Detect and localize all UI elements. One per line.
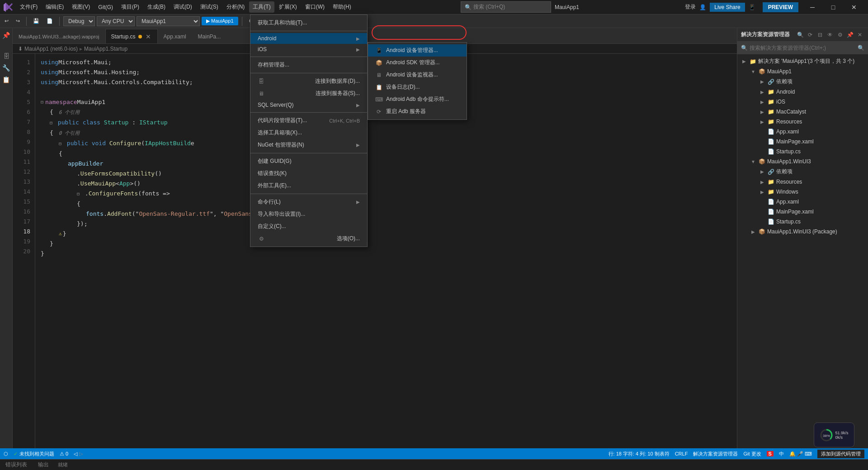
add-source-control[interactable]: 添加到源代码管理 xyxy=(817,450,864,458)
tools-connect-server[interactable]: 🖥 连接到服务器(S)... xyxy=(250,87,367,100)
breadcrumb-project-selector[interactable]: ⬇ xyxy=(18,46,23,52)
project-mauiapp1[interactable]: ▼ 📦 MauiApp1 xyxy=(737,66,868,76)
package-arrow: ▶ xyxy=(750,228,756,235)
tools-create-guid[interactable]: 创建 GUID(G) xyxy=(250,155,367,167)
tree-deps-1[interactable]: ▶ 🔗 依赖项 xyxy=(737,76,868,87)
maximize-button[interactable]: □ xyxy=(823,0,844,14)
ios-label: iOS xyxy=(776,99,864,105)
tools-archive-mgr[interactable]: 存档管理器... xyxy=(250,59,367,71)
platform-select[interactable]: Any CPU xyxy=(97,16,135,26)
se-pin-btn[interactable]: 📌 xyxy=(845,30,854,39)
tools-toolbox[interactable]: 选择工具箱项(X)... xyxy=(250,127,367,139)
solution-root[interactable]: ▶ 📁 解决方案 'MauiApp1'(3 个项目，共 3 个) xyxy=(737,56,868,66)
ime-status: 中 xyxy=(779,451,784,457)
android-device-monitor[interactable]: 🖥 Android 设备监视器... xyxy=(368,69,467,81)
tree-startup-cs-1[interactable]: 📄 Startup.cs xyxy=(737,147,868,157)
tree-resources-1[interactable]: ▶ 📁 Resources xyxy=(737,117,868,127)
login-link[interactable]: 登录 xyxy=(685,3,696,11)
tree-mainpage-xaml-2[interactable]: 📄 MainPage.xaml xyxy=(737,207,868,217)
sidebar-server[interactable]: 🗄 xyxy=(1,51,12,62)
menu-git[interactable]: Git(G) xyxy=(94,2,117,12)
menu-view[interactable]: 视图(V) xyxy=(68,1,94,13)
winui3-label: MauiApp1.WinUI3 xyxy=(767,158,864,165)
project-package[interactable]: ▶ 📦 MauiApp1.WinUI3 (Package) xyxy=(737,227,868,237)
se-collapse-btn[interactable]: ⊟ xyxy=(816,30,825,39)
android-device-mgr[interactable]: 📱 Android 设备管理器... xyxy=(368,44,467,57)
tools-import-export[interactable]: 导入和导出设置(I)... xyxy=(250,208,367,220)
menu-build[interactable]: 生成(B) xyxy=(144,1,169,13)
tab-app-xaml[interactable]: App.xaml xyxy=(158,29,192,43)
git-changes-btn[interactable]: Git 更改 xyxy=(743,451,761,457)
solution-explorer-btn[interactable]: 解决方案资源管理器 xyxy=(693,451,738,457)
menu-project[interactable]: 项目(P) xyxy=(118,1,143,13)
solution-search[interactable]: 🔍 🔍 xyxy=(737,42,868,54)
android-device-log[interactable]: 📋 设备日志(D)... xyxy=(368,81,467,93)
tools-get-tools[interactable]: 获取工具和功能(T)... xyxy=(250,17,367,29)
tree-deps-2[interactable]: ▶ 🔗 依赖项 xyxy=(737,166,868,177)
preview-button[interactable]: PREVIEW xyxy=(763,2,798,12)
tools-connect-db[interactable]: 🗄 连接到数据库(D)... xyxy=(250,75,367,87)
android-sdk-mgr[interactable]: 📦 Android SDK 管理器... xyxy=(368,57,467,69)
android-adb-prompt[interactable]: ⌨ Android Adb 命令提示符... xyxy=(368,93,467,105)
tab-close-button[interactable]: ✕ xyxy=(145,33,152,40)
solution-explorer-title: 解决方案资源管理器 xyxy=(741,31,790,38)
resources-2-arrow: ▶ xyxy=(759,179,765,185)
tab-startup-cs[interactable]: Startup.cs ✕ xyxy=(105,29,158,43)
toolbar-new[interactable]: 📄 xyxy=(44,17,56,25)
sidebar-pinned[interactable]: 📌 xyxy=(1,30,12,41)
tree-app-xaml-1[interactable]: 📄 App.xaml xyxy=(737,127,868,137)
debug-config-select[interactable]: Debug xyxy=(63,16,95,26)
menu-help[interactable]: 帮助(H) xyxy=(329,1,355,13)
sidebar-toolbox[interactable]: 🔧 xyxy=(1,62,12,73)
tools-sql-server[interactable]: SQL Server(Q) xyxy=(250,100,367,110)
bottom-tab-output[interactable]: 输出 xyxy=(36,461,51,469)
menu-tools[interactable]: 工具(T) xyxy=(249,1,274,13)
se-show-all-btn[interactable]: 👁 xyxy=(826,30,835,39)
tools-ios[interactable]: iOS xyxy=(250,44,367,55)
search-box[interactable]: 🔍 搜索 (Ctrl+Q) xyxy=(461,1,551,13)
se-search-btn[interactable]: 🔍 xyxy=(796,30,805,39)
minimize-button[interactable]: ─ xyxy=(802,0,823,14)
live-share-button[interactable]: Live Share xyxy=(710,3,745,12)
tree-android[interactable]: ▶ 📁 Android xyxy=(737,87,868,97)
tab-wapproj[interactable]: MauiApp1.WinUI3...ackage).wapproj xyxy=(13,29,105,43)
sidebar-props[interactable]: 📋 xyxy=(1,74,12,85)
toolbar-redo[interactable]: ↪ xyxy=(13,17,23,25)
project-winui3[interactable]: ▼ 📦 MauiApp1.WinUI3 xyxy=(737,157,868,166)
tools-customize[interactable]: 自定义(C)... xyxy=(250,220,367,233)
tree-maccatalyst[interactable]: ▶ 📁 MacCatalyst xyxy=(737,107,868,117)
tools-nuget[interactable]: NuGet 包管理器(N) xyxy=(250,139,367,151)
menu-edit[interactable]: 编辑(E) xyxy=(42,1,67,13)
menu-analyze[interactable]: 分析(N) xyxy=(223,1,249,13)
se-props-btn[interactable]: ⚙ xyxy=(835,30,844,39)
menu-test[interactable]: 测试(S) xyxy=(197,1,222,13)
tree-app-xaml-2[interactable]: 📄 App.xaml xyxy=(737,197,868,207)
bottom-tab-errors[interactable]: 错误列表 xyxy=(4,461,29,469)
tree-windows[interactable]: ▶ 📁 Windows xyxy=(737,187,868,197)
close-button[interactable]: ✕ xyxy=(844,0,864,14)
tools-external-tools[interactable]: 外部工具(E)... xyxy=(250,180,367,192)
start-button[interactable]: ▶ MauiApp1 xyxy=(202,17,238,25)
tools-options[interactable]: 选项(O)... xyxy=(250,233,367,245)
startup-project-select[interactable]: MauiApp1 xyxy=(137,16,200,26)
tree-startup-cs-2[interactable]: 📄 Startup.cs xyxy=(737,217,868,227)
se-sync-btn[interactable]: ⟳ xyxy=(806,30,815,39)
menu-file[interactable]: 文件(F) xyxy=(16,1,41,13)
se-close-btn[interactable]: ✕ xyxy=(855,30,864,39)
menu-window[interactable]: 窗口(W) xyxy=(302,1,328,13)
toolbar-undo[interactable]: ↩ xyxy=(2,17,11,25)
tree-resources-2[interactable]: ▶ 📁 Resources xyxy=(737,177,868,187)
menu-extensions[interactable]: 扩展(X) xyxy=(275,1,301,13)
tools-cmdline[interactable]: 命令行(L) xyxy=(250,196,367,208)
menu-debug[interactable]: 调试(D) xyxy=(170,1,196,13)
tools-android[interactable]: Android xyxy=(250,33,367,44)
tools-snippet-mgr[interactable]: 代码片段管理器(T)... Ctrl+K, Ctrl+B xyxy=(250,114,367,127)
android-restart-adb[interactable]: ⟳ 重启 Adb 服务器 xyxy=(368,105,467,118)
tools-error-lookup[interactable]: 错误查找(K) xyxy=(250,167,367,180)
tree-mainpage-xaml-1[interactable]: 📄 MainPage.xaml xyxy=(737,137,868,147)
tab-mainpage[interactable]: MainPa... xyxy=(192,29,227,43)
solution-search-input[interactable] xyxy=(750,45,856,51)
editor-scrollbar[interactable] xyxy=(732,54,737,448)
toolbar-save[interactable]: 💾 xyxy=(30,17,42,25)
tree-ios[interactable]: ▶ 📁 iOS xyxy=(737,97,868,107)
